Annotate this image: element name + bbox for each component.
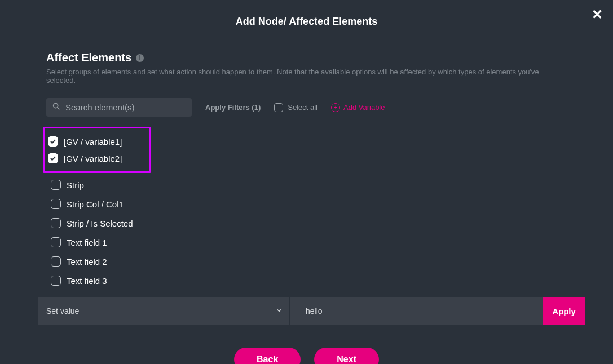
checkbox-icon	[274, 103, 283, 112]
apply-button[interactable]: Apply	[543, 297, 585, 325]
list-item[interactable]: [GV / variable1]	[48, 133, 146, 150]
list-item-label: Strip	[67, 180, 84, 190]
search-input[interactable]	[46, 98, 192, 117]
plus-circle-icon: +	[331, 103, 340, 112]
list-item-label: Strip Col / Col1	[67, 199, 124, 209]
select-all-checkbox[interactable]: Select all	[274, 103, 317, 112]
list-item[interactable]: Text field 2	[51, 252, 567, 271]
back-button[interactable]: Back	[234, 348, 301, 364]
section-subtext: Select groups of elements and set what a…	[46, 68, 567, 85]
select-all-label: Select all	[288, 103, 317, 112]
modal-title: Add Node/ Affected Elements	[0, 0, 613, 28]
list-item-label: [GV / variable2]	[64, 154, 122, 163]
add-variable-button[interactable]: + Add Variable	[331, 103, 385, 112]
list-item-label: Text field 3	[67, 276, 107, 286]
checkbox-icon	[48, 136, 58, 147]
list-item-label: Text field 2	[67, 257, 107, 267]
svg-line-1	[58, 107, 60, 109]
section-title: Affect Elements	[46, 51, 131, 64]
checkbox-icon	[48, 153, 58, 163]
list-item[interactable]: Text field 3	[51, 271, 567, 290]
checkbox-icon	[51, 218, 61, 228]
list-item[interactable]: Strip	[51, 175, 567, 194]
list-item-label: [GV / variable1]	[64, 137, 122, 147]
checkbox-icon	[51, 237, 61, 247]
highlighted-group: [GV / variable1][GV / variable2]	[43, 127, 151, 173]
list-item[interactable]: Strip / Is Selected	[51, 214, 567, 233]
checkbox-icon	[51, 180, 61, 190]
search-wrap	[46, 98, 192, 117]
value-input[interactable]	[290, 297, 543, 325]
checkbox-icon	[51, 199, 61, 209]
next-button[interactable]: Next	[314, 348, 379, 364]
info-icon[interactable]: i	[136, 54, 144, 62]
close-icon[interactable]: ✕	[592, 8, 603, 21]
list-item[interactable]: [GV / variable2]	[48, 150, 146, 167]
checkbox-icon	[51, 256, 61, 267]
add-variable-label: Add Variable	[343, 103, 385, 112]
list-item-label: Strip / Is Selected	[67, 219, 133, 228]
search-icon	[52, 102, 61, 113]
apply-filters-button[interactable]: Apply Filters (1)	[205, 103, 261, 112]
list-item-label: Text field 1	[67, 238, 107, 247]
regular-group: StripStrip Col / Col1Strip / Is Selected…	[51, 175, 567, 290]
action-select[interactable]: Set value	[38, 297, 290, 325]
chevron-down-icon	[276, 307, 283, 316]
list-item[interactable]: Text field 1	[51, 233, 567, 252]
list-item[interactable]: Strip Col / Col1	[51, 194, 567, 214]
checkbox-icon	[51, 276, 61, 286]
svg-point-0	[54, 103, 58, 108]
action-select-label: Set value	[46, 307, 79, 316]
